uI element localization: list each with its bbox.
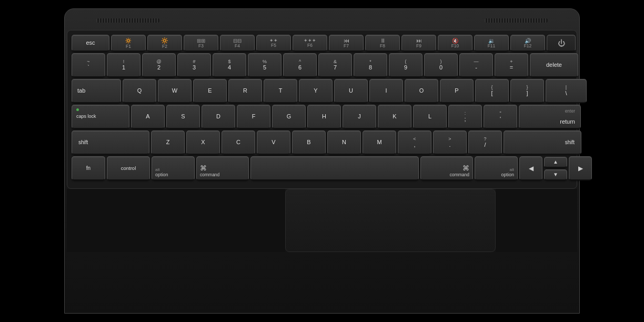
key-f6[interactable]: ✦✦✦ F6	[293, 35, 327, 52]
key-y[interactable]: Y	[299, 79, 333, 103]
key-option-right[interactable]: alt option	[475, 156, 518, 180]
key-i[interactable]: I	[369, 79, 403, 103]
key-f8[interactable]: ⏸ F8	[365, 35, 400, 52]
key-minus[interactable]: — -	[459, 53, 493, 77]
trackpad[interactable]	[285, 189, 496, 252]
key-6[interactable]: ^ 6	[283, 53, 317, 77]
key-period[interactable]: > .	[433, 130, 467, 155]
key-quote[interactable]: " '	[484, 105, 517, 129]
capslock-indicator	[76, 108, 79, 111]
trackpad-left-filler	[67, 189, 285, 252]
key-f9[interactable]: ⏭ F9	[401, 35, 436, 52]
key-semicolon[interactable]: : ;	[448, 105, 482, 129]
key-5[interactable]: % 5	[248, 53, 281, 77]
key-shift-right[interactable]: shift	[504, 130, 581, 155]
key-s[interactable]: S	[166, 105, 200, 129]
key-4[interactable]: $ 4	[213, 53, 246, 77]
key-arrow-left[interactable]: ◀	[519, 156, 542, 180]
key-enter[interactable]: enter return	[519, 105, 581, 129]
key-arrow-up[interactable]: ▲	[544, 157, 567, 168]
key-x[interactable]: X	[186, 130, 220, 155]
key-q[interactable]: Q	[123, 79, 156, 103]
key-control[interactable]: control	[107, 156, 150, 180]
trackpad-area	[67, 189, 577, 263]
key-option-left[interactable]: alt option	[152, 156, 195, 180]
number-row: ~ ` ! 1 @ 2 # 3 $ 4 % 5	[72, 53, 572, 77]
key-f3[interactable]: ⊞⊞ F3	[184, 35, 218, 52]
key-a[interactable]: A	[131, 105, 165, 129]
key-g[interactable]: G	[272, 105, 306, 129]
key-open-bracket[interactable]: { [	[475, 79, 509, 103]
key-equals[interactable]: + =	[495, 53, 528, 77]
key-p[interactable]: P	[440, 79, 474, 103]
key-backtick[interactable]: ~ `	[72, 53, 105, 77]
key-esc[interactable]: esc	[72, 35, 109, 52]
key-power[interactable]: ⏻	[547, 35, 576, 52]
laptop-frame: esc 🔅 F1 🔆 F2 ⊞⊞ F3 ⊟⊟ F4 ✦✦ F5	[64, 8, 580, 314]
key-f5[interactable]: ✦✦ F5	[256, 35, 291, 52]
key-f7[interactable]: ⏮ F7	[329, 35, 364, 52]
trackpad-right-filler	[496, 189, 577, 252]
zxcv-row: shift Z X C V B N M < , > . ? / shift	[72, 130, 572, 155]
key-7[interactable]: & 7	[318, 53, 352, 77]
speaker-left	[96, 18, 159, 23]
key-f[interactable]: F	[237, 105, 270, 129]
function-row: esc 🔅 F1 🔆 F2 ⊞⊞ F3 ⊟⊟ F4 ✦✦ F5	[72, 35, 572, 52]
key-command-right[interactable]: ⌘ command	[420, 156, 473, 180]
key-k[interactable]: K	[378, 105, 411, 129]
key-r[interactable]: R	[228, 79, 262, 103]
key-slash[interactable]: ? /	[468, 130, 502, 155]
key-shift-left[interactable]: shift	[72, 130, 149, 155]
key-0[interactable]: ) 0	[424, 53, 458, 77]
key-arrow-right[interactable]: ▶	[569, 156, 592, 180]
key-command-left[interactable]: ⌘ command	[196, 156, 249, 180]
key-h[interactable]: H	[307, 105, 341, 129]
key-2[interactable]: @ 2	[142, 53, 176, 77]
key-c[interactable]: C	[222, 130, 255, 155]
key-spacebar[interactable]	[250, 156, 419, 180]
key-j[interactable]: J	[343, 105, 376, 129]
key-e[interactable]: E	[193, 79, 227, 103]
key-1[interactable]: ! 1	[107, 53, 140, 77]
key-m[interactable]: M	[363, 130, 396, 155]
key-9[interactable]: ( 9	[389, 53, 422, 77]
qwerty-row: tab Q W E R T Y U I O P { [ } ] | \	[72, 79, 572, 103]
key-z[interactable]: Z	[151, 130, 185, 155]
key-f1[interactable]: 🔅 F1	[111, 35, 146, 52]
key-f2[interactable]: 🔆 F2	[147, 35, 182, 52]
key-f12[interactable]: 🔊 F12	[510, 35, 545, 52]
keyboard: esc 🔅 F1 🔆 F2 ⊞⊞ F3 ⊟⊟ F4 ✦✦ F5	[67, 30, 577, 189]
key-o[interactable]: O	[405, 79, 438, 103]
speaker-right	[485, 18, 548, 23]
asdf-row: caps lock A S D F G H J K L : ; " ' ente…	[72, 105, 572, 129]
key-3[interactable]: # 3	[177, 53, 211, 77]
key-d[interactable]: D	[202, 105, 235, 129]
key-f11[interactable]: 🔉 F11	[474, 35, 509, 52]
key-f4[interactable]: ⊟⊟ F4	[220, 35, 255, 52]
key-t[interactable]: T	[264, 79, 297, 103]
key-w[interactable]: W	[158, 79, 192, 103]
key-arrow-down[interactable]: ▼	[544, 169, 567, 180]
key-v[interactable]: V	[257, 130, 290, 155]
key-comma[interactable]: < ,	[398, 130, 431, 155]
key-u[interactable]: U	[334, 79, 368, 103]
key-n[interactable]: N	[327, 130, 361, 155]
key-8[interactable]: * 8	[354, 53, 387, 77]
key-b[interactable]: B	[292, 130, 326, 155]
key-close-bracket[interactable]: } ]	[510, 79, 544, 103]
key-backslash[interactable]: | \	[546, 79, 587, 103]
key-delete[interactable]: delete	[530, 53, 578, 77]
key-f10[interactable]: 🔇 F10	[438, 35, 472, 52]
key-tab[interactable]: tab	[72, 79, 121, 103]
key-l[interactable]: L	[413, 105, 447, 129]
key-fn[interactable]: fn	[72, 156, 105, 180]
bottom-row: fn control alt option ⌘ command ⌘ comman…	[72, 156, 572, 180]
key-capslock[interactable]: caps lock	[72, 105, 129, 129]
